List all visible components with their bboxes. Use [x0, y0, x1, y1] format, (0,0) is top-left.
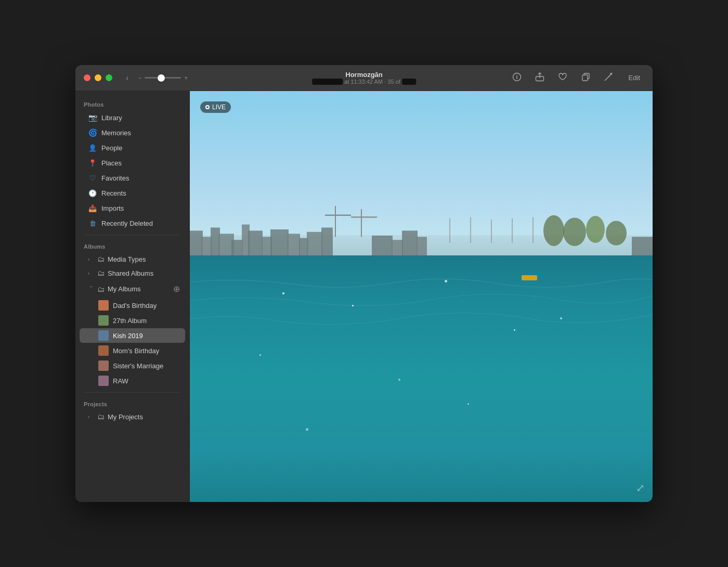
sidebar-item-label: Favorites [101, 174, 177, 182]
sparkle [398, 379, 400, 381]
chevron-down-icon: › [88, 286, 94, 292]
favorites-icon: ♡ [88, 173, 97, 183]
info-icon[interactable]: i [510, 70, 524, 86]
svg-point-43 [586, 216, 605, 243]
photo-content: ⤢ [190, 91, 653, 502]
album-thumbnail [98, 360, 109, 371]
albums-section-label: Albums [75, 239, 189, 252]
shared-albums-label: Shared Albums [108, 269, 153, 277]
sidebar-item-memories[interactable]: 🌀 Memories [80, 125, 185, 140]
zoom-thumb[interactable] [158, 74, 165, 82]
sidebar-item-label: Recently Deleted [101, 220, 177, 227]
sidebar-item-recents[interactable]: 🕐 Recents [80, 186, 185, 200]
album-item-sisters-marriage[interactable]: Sister's Marriage [80, 358, 185, 373]
svg-rect-3 [582, 75, 588, 81]
people-icon: 👤 [88, 143, 97, 152]
folder-icon: 🗂 [97, 269, 105, 277]
album-item-label: Dad's Birthday [113, 302, 157, 310]
svg-rect-10 [98, 315, 109, 326]
svg-rect-9 [98, 300, 109, 311]
sidebar-item-label: Imports [101, 204, 177, 212]
minimize-button[interactable] [95, 74, 101, 81]
sidebar-divider-2 [84, 392, 181, 393]
album-thumbnail [98, 376, 109, 386]
svg-text:i: i [516, 74, 517, 80]
sparkle [445, 280, 447, 282]
sparkle [352, 305, 354, 306]
sidebar-item-label: Memories [101, 129, 177, 137]
zoom-plus-label: + [184, 74, 188, 82]
album-thumbnail [98, 300, 109, 311]
svg-rect-13 [98, 360, 109, 371]
my-albums-label: My Albums [108, 285, 141, 293]
folder-icon: 🗂 [97, 255, 105, 263]
sidebar-item-imports[interactable]: 📥 Imports [80, 201, 185, 215]
my-projects-label: My Projects [108, 413, 143, 421]
window-subtitle: redacted at 11:33:42 AM · 35 of xx [312, 79, 416, 85]
subtitle-text: at 11:33:42 AM · 35 of [344, 79, 402, 85]
album-item-raw[interactable]: RAW [80, 373, 185, 388]
heart-icon[interactable] [556, 70, 569, 86]
album-thumbnail [98, 345, 109, 356]
copy-icon[interactable] [579, 70, 592, 86]
my-projects-group[interactable]: › 🗂 My Projects [80, 410, 185, 423]
media-types-group[interactable]: › 🗂 Media Types [80, 252, 185, 266]
sidebar-item-recently-deleted[interactable]: 🗑 Recently Deleted [80, 216, 185, 230]
svg-point-41 [543, 215, 564, 246]
recents-icon: 🕐 [88, 188, 97, 198]
sidebar-item-label: Places [101, 159, 177, 167]
folder-icon: 🗂 [97, 285, 105, 293]
add-album-button[interactable]: ⊕ [172, 283, 181, 295]
back-button[interactable]: ‹ [123, 72, 132, 84]
chevron-right-icon: › [88, 270, 94, 276]
svg-rect-14 [98, 376, 109, 386]
shared-albums-group[interactable]: › 🗂 Shared Albums [80, 266, 185, 280]
photo-viewer: ⤢ LIVE [190, 91, 653, 502]
svg-rect-11 [98, 330, 109, 341]
wave-pattern [190, 268, 653, 502]
album-item-kish-2019[interactable]: Kish 2019 [80, 328, 185, 343]
share-icon[interactable] [533, 70, 547, 86]
album-item-label: 27th Album [113, 317, 147, 325]
maximize-button[interactable] [106, 74, 112, 81]
svg-point-44 [606, 221, 627, 246]
trash-icon: 🗑 [88, 218, 97, 228]
sparkle [259, 354, 261, 356]
album-thumbnail [98, 315, 109, 326]
album-item-moms-birthday[interactable]: Mom's Birthday [80, 343, 185, 358]
boat [522, 275, 537, 280]
folder-icon: 🗂 [97, 413, 105, 421]
close-button[interactable] [84, 74, 90, 81]
magic-wand-icon[interactable] [602, 70, 615, 86]
album-item-dads-birthday[interactable]: Dad's Birthday [80, 298, 185, 313]
sidebar-item-places[interactable]: 📍 Places [80, 156, 185, 170]
album-thumbnail [98, 330, 109, 341]
sidebar-item-label: Recents [101, 189, 177, 197]
my-albums-group[interactable]: › 🗂 My Albums ⊕ [80, 280, 185, 298]
projects-section-label: Projects [75, 397, 189, 409]
svg-point-42 [563, 218, 586, 247]
window-title: Hormozgān [345, 71, 383, 79]
sidebar: Photos 📷 Library 🌀 Memories 👤 People 📍 P… [75, 91, 190, 502]
album-item-label: Sister's Marriage [113, 362, 163, 370]
sparkle [306, 428, 308, 431]
edit-button[interactable]: Edit [625, 72, 644, 84]
library-icon: 📷 [88, 113, 97, 122]
live-label: LIVE [212, 104, 226, 111]
traffic-lights [84, 74, 112, 81]
live-badge: LIVE [200, 101, 231, 113]
zoom-minus-label: − [138, 74, 141, 82]
sidebar-item-library[interactable]: 📷 Library [80, 110, 185, 125]
sparkle [560, 317, 562, 319]
sidebar-item-favorites[interactable]: ♡ Favorites [80, 171, 185, 185]
album-item-27th-album[interactable]: 27th Album [80, 313, 185, 328]
sidebar-item-label: People [101, 144, 177, 152]
album-item-label: Mom's Birthday [113, 347, 159, 355]
titlebar-center: Hormozgān redacted at 11:33:42 AM · 35 o… [312, 71, 416, 85]
zoom-track[interactable] [145, 77, 181, 79]
sidebar-item-people[interactable]: 👤 People [80, 140, 185, 155]
live-dot [205, 105, 210, 109]
sidebar-item-label: Library [101, 114, 177, 122]
album-item-label: RAW [113, 377, 128, 385]
water-layer [190, 255, 653, 502]
